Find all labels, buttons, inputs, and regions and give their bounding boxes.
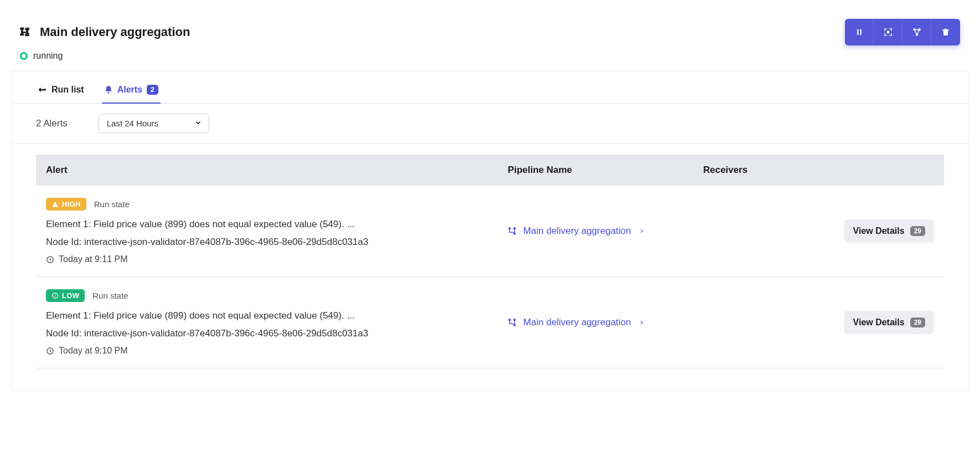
pipeline-link[interactable]: Main delivery aggregation [508,226,703,237]
svg-rect-11 [55,295,55,297]
tab-label: Alerts [117,85,142,95]
status-indicator-icon [20,52,28,60]
tab-run-list[interactable]: Run list [36,71,86,104]
svg-rect-12 [55,294,55,294]
run-list-icon [38,85,47,94]
alert-type: Run state [94,199,130,209]
pause-button[interactable] [845,19,874,45]
focus-button[interactable] [874,19,902,45]
pipeline-link[interactable]: Main delivery aggregation [508,317,703,328]
time-range-value: Last 24 Hours [107,119,158,128]
chevron-right-icon [639,320,644,325]
status-label: running [33,51,63,61]
content-card: Run list Alerts 2 2 Alerts Last 24 Hours… [11,71,969,391]
pipeline-icon [20,25,32,39]
col-header-receivers: Receivers [703,165,809,176]
pipeline-icon [508,226,518,236]
graph-button[interactable] [902,19,931,45]
alerts-count-badge: 2 [147,85,158,95]
alert-node-id: Node Id: interactive-json-validator-87e4… [46,326,494,341]
view-details-button[interactable]: View Details 29 [844,311,934,334]
clock-icon [46,347,54,355]
alert-node-id: Node Id: interactive-json-validator-87e4… [46,235,494,249]
alert-timestamp: Today at 9:11 PM [46,254,494,264]
chevron-right-icon [639,228,644,234]
page-title: Main delivery aggregation [40,25,190,39]
info-icon [51,292,59,299]
view-count-badge: 29 [910,226,925,236]
alert-message: Element 1: Field price value (899) does … [46,217,494,232]
pause-icon [854,27,864,37]
tab-label: Run list [51,85,84,95]
page-header: Main delivery aggregation [11,11,969,48]
view-details-button[interactable]: View Details 29 [844,219,934,243]
status-row: running [11,48,969,71]
clock-icon [46,255,54,264]
header-action-bar [845,19,960,45]
warning-icon [51,201,59,208]
trash-icon [941,27,951,37]
pipeline-icon [508,318,518,327]
bell-icon [104,85,113,94]
time-range-select[interactable]: Last 24 Hours [99,114,209,133]
table-row: HIGH Run state Element 1: Field price va… [36,186,944,277]
view-count-badge: 29 [910,318,925,327]
tab-alerts[interactable]: Alerts 2 [102,71,161,104]
severity-badge: LOW [46,289,85,302]
tabs: Run list Alerts 2 [12,71,968,104]
focus-icon [883,27,893,37]
delete-button[interactable] [931,19,960,45]
table-row: LOW Run state Element 1: Field price val… [36,277,944,368]
alert-type: Run state [92,291,128,300]
alerts-count-text: 2 Alerts [36,118,68,129]
col-header-alert: Alert [46,165,508,176]
severity-badge: HIGH [46,198,86,211]
alert-timestamp: Today at 9:10 PM [46,346,494,356]
chevron-down-icon [194,119,202,128]
alerts-table: Alert Pipeline Name Receivers HIGH Run s… [12,144,968,391]
col-header-pipeline: Pipeline Name [508,165,703,176]
graph-icon [912,27,922,37]
filter-row: 2 Alerts Last 24 Hours [12,104,968,144]
alert-message: Element 1: Field price value (899) does … [46,309,494,323]
table-header: Alert Pipeline Name Receivers [36,155,944,186]
